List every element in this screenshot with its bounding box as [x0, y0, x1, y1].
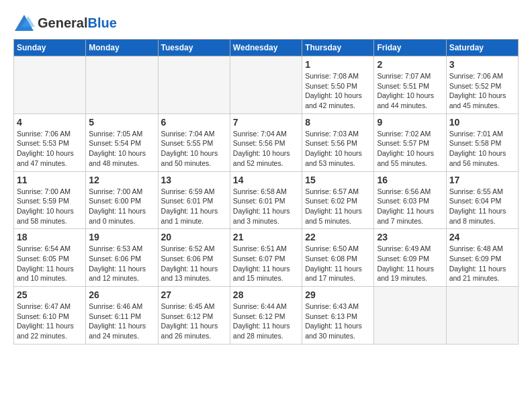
day-info: Sunrise: 7:01 AMSunset: 5:58 PMDaylight:… — [449, 129, 515, 169]
header-monday: Monday — [86, 40, 158, 56]
day-number: 21 — [233, 232, 299, 242]
day-number: 26 — [89, 289, 154, 300]
day-info: Sunrise: 6:43 AMSunset: 6:13 PMDaylight:… — [305, 302, 371, 341]
day-number: 11 — [17, 175, 83, 185]
day-number: 12 — [89, 175, 154, 185]
calendar-cell: 25Sunrise: 6:47 AMSunset: 6:10 PMDayligh… — [14, 287, 86, 345]
day-number: 10 — [449, 117, 515, 128]
day-info: Sunrise: 6:50 AMSunset: 6:08 PMDaylight:… — [305, 244, 371, 283]
calendar-cell: 10Sunrise: 7:01 AMSunset: 5:58 PMDayligh… — [446, 113, 518, 171]
day-info: Sunrise: 6:45 AMSunset: 6:12 PMDaylight:… — [161, 302, 227, 341]
calendar: SundayMondayTuesdayWednesdayThursdayFrid… — [13, 39, 519, 345]
day-number: 3 — [449, 59, 515, 70]
day-number: 9 — [377, 117, 443, 128]
calendar-cell: 3Sunrise: 7:06 AMSunset: 5:52 PMDaylight… — [446, 56, 518, 114]
calendar-cell: 8Sunrise: 7:03 AMSunset: 5:56 PMDaylight… — [302, 113, 374, 171]
day-number: 19 — [89, 232, 154, 242]
day-info: Sunrise: 6:54 AMSunset: 6:05 PMDaylight:… — [17, 244, 83, 283]
day-info: Sunrise: 6:47 AMSunset: 6:10 PMDaylight:… — [17, 302, 83, 341]
calendar-header-row: SundayMondayTuesdayWednesdayThursdayFrid… — [14, 40, 519, 56]
day-info: Sunrise: 6:51 AMSunset: 6:07 PMDaylight:… — [233, 244, 299, 283]
calendar-cell: 19Sunrise: 6:53 AMSunset: 6:06 PMDayligh… — [86, 229, 158, 287]
day-info: Sunrise: 7:07 AMSunset: 5:51 PMDaylight:… — [377, 71, 443, 111]
day-info: Sunrise: 6:56 AMSunset: 6:03 PMDaylight:… — [377, 187, 443, 226]
header-thursday: Thursday — [302, 40, 374, 56]
day-number: 15 — [305, 175, 371, 185]
day-info: Sunrise: 7:08 AMSunset: 5:50 PMDaylight:… — [305, 71, 371, 111]
day-number: 23 — [377, 232, 443, 242]
calendar-week-2: 4Sunrise: 7:06 AMSunset: 5:53 PMDaylight… — [14, 113, 519, 171]
calendar-cell: 21Sunrise: 6:51 AMSunset: 6:07 PMDayligh… — [230, 229, 302, 287]
calendar-week-1: 1Sunrise: 7:08 AMSunset: 5:50 PMDaylight… — [14, 56, 519, 114]
calendar-cell: 24Sunrise: 6:48 AMSunset: 6:09 PMDayligh… — [446, 229, 518, 287]
calendar-cell: 18Sunrise: 6:54 AMSunset: 6:05 PMDayligh… — [14, 229, 86, 287]
day-number: 22 — [305, 232, 371, 242]
day-number: 2 — [377, 59, 443, 70]
calendar-cell: 27Sunrise: 6:45 AMSunset: 6:12 PMDayligh… — [158, 287, 230, 345]
calendar-cell: 29Sunrise: 6:43 AMSunset: 6:13 PMDayligh… — [302, 287, 374, 345]
day-info: Sunrise: 6:53 AMSunset: 6:06 PMDaylight:… — [89, 244, 154, 283]
day-number: 13 — [161, 175, 227, 185]
day-number: 14 — [233, 175, 299, 185]
day-info: Sunrise: 7:00 AMSunset: 6:00 PMDaylight:… — [89, 187, 154, 226]
calendar-cell: 20Sunrise: 6:52 AMSunset: 6:06 PMDayligh… — [158, 229, 230, 287]
day-number: 4 — [17, 117, 83, 128]
calendar-cell — [158, 56, 230, 114]
page-header: GeneralBlue — [13, 13, 519, 32]
day-number: 8 — [305, 117, 371, 128]
day-number: 18 — [17, 232, 83, 242]
calendar-cell — [86, 56, 158, 114]
calendar-cell: 22Sunrise: 6:50 AMSunset: 6:08 PMDayligh… — [302, 229, 374, 287]
calendar-cell: 5Sunrise: 7:05 AMSunset: 5:54 PMDaylight… — [86, 113, 158, 171]
day-info: Sunrise: 7:05 AMSunset: 5:54 PMDaylight:… — [89, 129, 154, 169]
calendar-cell: 14Sunrise: 6:58 AMSunset: 6:01 PMDayligh… — [230, 171, 302, 229]
day-info: Sunrise: 6:55 AMSunset: 6:04 PMDaylight:… — [449, 187, 515, 226]
day-info: Sunrise: 6:46 AMSunset: 6:11 PMDaylight:… — [89, 302, 154, 341]
calendar-cell: 7Sunrise: 7:04 AMSunset: 5:56 PMDaylight… — [230, 113, 302, 171]
day-number: 20 — [161, 232, 227, 242]
calendar-week-3: 11Sunrise: 7:00 AMSunset: 5:59 PMDayligh… — [14, 171, 519, 229]
calendar-cell: 13Sunrise: 6:59 AMSunset: 6:01 PMDayligh… — [158, 171, 230, 229]
day-number: 1 — [305, 59, 371, 70]
day-number: 28 — [233, 289, 299, 300]
calendar-cell: 9Sunrise: 7:02 AMSunset: 5:57 PMDaylight… — [374, 113, 446, 171]
calendar-cell: 12Sunrise: 7:00 AMSunset: 6:00 PMDayligh… — [86, 171, 158, 229]
day-info: Sunrise: 6:44 AMSunset: 6:12 PMDaylight:… — [233, 302, 299, 341]
logo-icon — [13, 13, 35, 32]
calendar-cell: 4Sunrise: 7:06 AMSunset: 5:53 PMDaylight… — [14, 113, 86, 171]
calendar-cell: 1Sunrise: 7:08 AMSunset: 5:50 PMDaylight… — [302, 56, 374, 114]
header-sunday: Sunday — [14, 40, 86, 56]
calendar-cell — [374, 287, 446, 345]
day-info: Sunrise: 6:58 AMSunset: 6:01 PMDaylight:… — [233, 187, 299, 226]
calendar-week-4: 18Sunrise: 6:54 AMSunset: 6:05 PMDayligh… — [14, 229, 519, 287]
day-info: Sunrise: 7:04 AMSunset: 5:55 PMDaylight:… — [161, 129, 227, 169]
day-number: 17 — [449, 175, 515, 185]
day-number: 7 — [233, 117, 299, 128]
day-info: Sunrise: 7:06 AMSunset: 5:53 PMDaylight:… — [17, 129, 83, 169]
calendar-cell: 23Sunrise: 6:49 AMSunset: 6:09 PMDayligh… — [374, 229, 446, 287]
calendar-cell: 6Sunrise: 7:04 AMSunset: 5:55 PMDaylight… — [158, 113, 230, 171]
calendar-cell: 15Sunrise: 6:57 AMSunset: 6:02 PMDayligh… — [302, 171, 374, 229]
day-number: 25 — [17, 289, 83, 300]
day-number: 27 — [161, 289, 227, 300]
calendar-cell: 2Sunrise: 7:07 AMSunset: 5:51 PMDaylight… — [374, 56, 446, 114]
day-number: 5 — [89, 117, 154, 128]
day-number: 29 — [305, 289, 371, 300]
day-number: 24 — [449, 232, 515, 242]
calendar-cell: 17Sunrise: 6:55 AMSunset: 6:04 PMDayligh… — [446, 171, 518, 229]
day-number: 16 — [377, 175, 443, 185]
calendar-week-5: 25Sunrise: 6:47 AMSunset: 6:10 PMDayligh… — [14, 287, 519, 345]
day-info: Sunrise: 7:03 AMSunset: 5:56 PMDaylight:… — [305, 129, 371, 169]
day-info: Sunrise: 7:00 AMSunset: 5:59 PMDaylight:… — [17, 187, 83, 226]
header-friday: Friday — [374, 40, 446, 56]
calendar-cell: 28Sunrise: 6:44 AMSunset: 6:12 PMDayligh… — [230, 287, 302, 345]
calendar-cell: 16Sunrise: 6:56 AMSunset: 6:03 PMDayligh… — [374, 171, 446, 229]
calendar-cell — [446, 287, 518, 345]
day-info: Sunrise: 6:49 AMSunset: 6:09 PMDaylight:… — [377, 244, 443, 283]
header-wednesday: Wednesday — [230, 40, 302, 56]
header-saturday: Saturday — [446, 40, 518, 56]
day-info: Sunrise: 7:06 AMSunset: 5:52 PMDaylight:… — [449, 71, 515, 111]
day-info: Sunrise: 6:48 AMSunset: 6:09 PMDaylight:… — [449, 244, 515, 283]
calendar-cell: 11Sunrise: 7:00 AMSunset: 5:59 PMDayligh… — [14, 171, 86, 229]
day-info: Sunrise: 7:04 AMSunset: 5:56 PMDaylight:… — [233, 129, 299, 169]
